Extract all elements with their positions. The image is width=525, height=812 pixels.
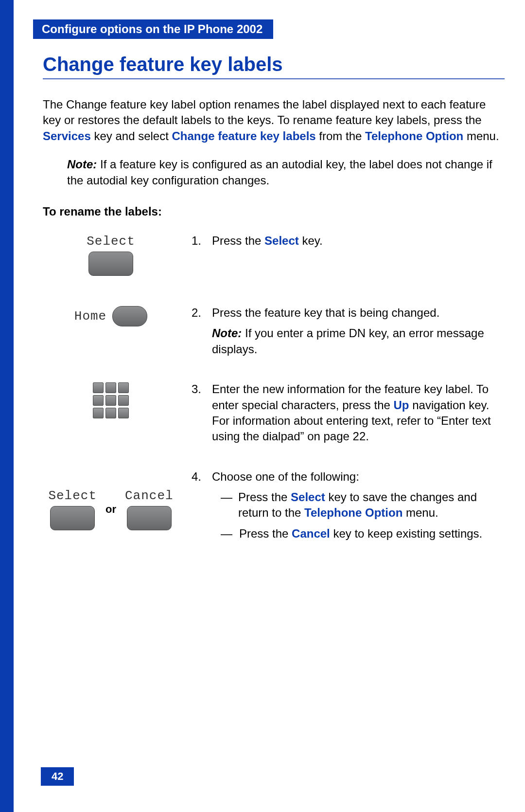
note-1-body: If a feature key is configured as an aut… <box>67 158 492 186</box>
or-text: or <box>105 503 116 516</box>
select-key-figure: Select <box>87 234 135 276</box>
header-tab: Configure options on the IP Phone 2002 <box>33 19 273 39</box>
step-4-number: 4. <box>192 469 206 542</box>
choice-1-c: menu. <box>402 506 438 519</box>
page-number: 42 <box>41 767 74 786</box>
step-1-text-a: Press the <box>212 234 264 247</box>
step-2-note-body: If you enter a prime DN key, an error me… <box>212 326 484 355</box>
hl-up: Up <box>394 398 409 412</box>
home-key-figure: Home <box>74 306 147 326</box>
hl-services: Services <box>43 129 91 143</box>
hl-select-1: Select <box>264 234 299 247</box>
select-key-label-2: Select <box>48 488 97 503</box>
hl-telephone-option: Telephone Option <box>365 129 463 143</box>
section-heading: Change feature key labels <box>43 54 505 79</box>
subheading: To rename the labels: <box>43 205 505 218</box>
choice-1-a: Press the <box>238 490 291 504</box>
note-label: Note: <box>67 158 97 171</box>
intro-text-3: from the <box>316 129 365 143</box>
hl-cancel: Cancel <box>292 527 330 540</box>
step-2: Home 2. Press the feature key that is be… <box>43 305 505 357</box>
dialpad-icon <box>93 382 129 418</box>
cancel-key-icon <box>127 506 172 530</box>
step-3-number: 3. <box>192 381 206 445</box>
select-key-label: Select <box>87 234 135 249</box>
choice-2-a: Press the <box>239 527 292 540</box>
select-cancel-figure: Select or Cancel <box>48 488 173 530</box>
intro-text-4: menu. <box>463 129 499 143</box>
step-1: Select 1. Press the Select key. <box>43 233 505 276</box>
hl-telephone-option-2: Telephone Option <box>304 506 402 519</box>
dash-icon: — <box>221 526 232 541</box>
choice-2-b: key to keep existing settings. <box>330 527 483 540</box>
home-key-icon <box>112 306 147 326</box>
hl-select-2: Select <box>291 490 325 504</box>
intro-text-2: key and select <box>91 129 172 143</box>
cancel-key-label: Cancel <box>125 488 174 503</box>
step-3: 3. Enter the new information for the fea… <box>43 381 505 445</box>
intro-paragraph: The Change feature key label option rena… <box>43 97 505 144</box>
note-1: Note: If a feature key is configured as … <box>67 157 505 188</box>
select-key-icon-2 <box>50 506 95 530</box>
step-1-text-b: key. <box>299 234 323 247</box>
step-1-number: 1. <box>192 233 206 249</box>
step-2-number: 2. <box>192 305 206 357</box>
step-2-body: Press the feature key that is being chan… <box>212 306 439 319</box>
select-key-icon <box>88 252 133 276</box>
step-4-lead: Choose one of the following: <box>212 470 359 483</box>
hl-change-feature-key-labels: Change feature key labels <box>172 129 316 143</box>
dash-icon: — <box>221 489 231 521</box>
step-4: Select or Cancel 4. Choose one of the fo… <box>43 469 505 542</box>
step-2-note-label: Note: <box>212 326 242 340</box>
intro-text-1: The Change feature key label option rena… <box>43 98 486 126</box>
home-key-label: Home <box>74 309 106 324</box>
